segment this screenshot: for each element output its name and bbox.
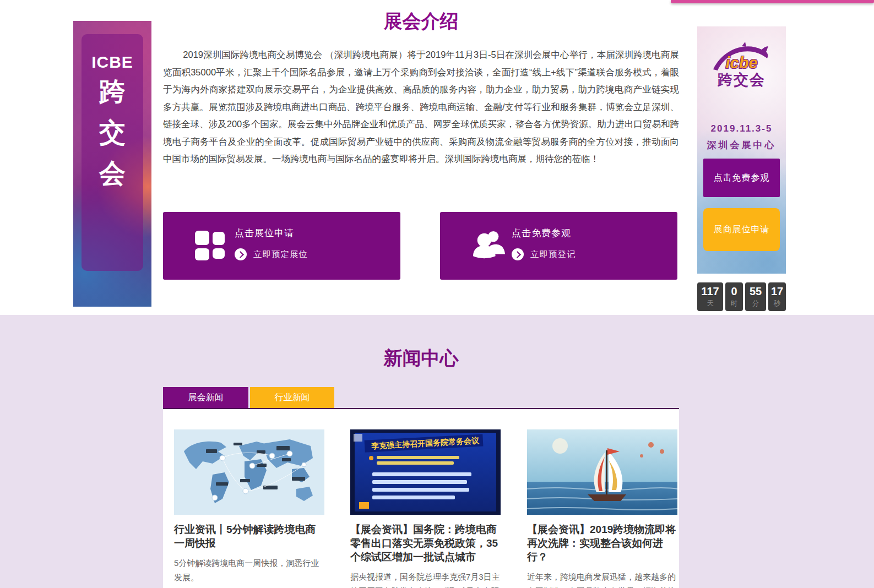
- booth-apply-card[interactable]: 点击展位申请 立即预定展位: [163, 212, 400, 280]
- countdown-minutes-value: 55: [745, 285, 766, 298]
- banner-logo-text: ICBE: [82, 53, 143, 72]
- free-visit-link[interactable]: 立即预登记: [530, 249, 576, 260]
- tab-industry-news[interactable]: 行业新闻: [250, 387, 334, 408]
- booth-apply-link[interactable]: 立即预定展位: [253, 249, 308, 260]
- countdown-timer: 117 天 0 时 55 分 17 秒: [697, 282, 786, 311]
- intro-paragraph: 2019深圳国际跨境电商交易博览会 （深圳跨境电商展）将于2019年11月3日-…: [163, 46, 679, 168]
- left-banner-ad[interactable]: ICBE 跨 交 会: [73, 21, 151, 307]
- event-date: 2019.11.3-5: [697, 123, 786, 134]
- news-card-title[interactable]: 行业资讯丨5分钟解读跨境电商一周快报: [174, 522, 324, 550]
- banner-char-2: 交: [82, 112, 143, 153]
- countdown-minutes: 55 分: [745, 282, 766, 311]
- countdown-minutes-unit: 分: [745, 299, 766, 308]
- sidebar-free-visit-button[interactable]: 点击免费参观: [703, 159, 780, 197]
- event-sidebar: icbe 跨交会 2019.11.3-5 深圳会展中心 点击免费参观 展商展位申…: [697, 26, 786, 274]
- countdown-hours: 0 时: [725, 282, 743, 311]
- free-visit-title: 点击免费参观: [512, 227, 576, 239]
- sidebar-logo-subtext: 跨交会: [697, 70, 786, 90]
- countdown-seconds: 17 秒: [768, 282, 786, 311]
- sidebar-logo: icbe 跨交会: [697, 41, 786, 90]
- news-section: 新闻中心 展会新闻 行业新闻: [0, 315, 874, 588]
- news-image-sailboat[interactable]: [527, 429, 677, 515]
- page-title: 展会介绍: [163, 9, 679, 34]
- page: 展会介绍 2019深圳国际跨境电商交易博览会 （深圳跨境电商展）将于2019年1…: [0, 0, 874, 588]
- news-card-excerpt: 据央视报道，国务院总理李克强7月3日主持召开国务院常务会议，听取赋予自由贸易试: [350, 570, 501, 588]
- news-tabs: 展会新闻 行业新闻: [163, 387, 334, 408]
- countdown-seconds-unit: 秒: [768, 299, 786, 308]
- news-card-title[interactable]: 【展会资讯】国务院：跨境电商零售出口落实无票免税政策，35个综试区增加一批试点城…: [350, 522, 501, 564]
- grid-icon: [195, 230, 228, 263]
- users-icon: [472, 230, 505, 263]
- countdown-hours-unit: 时: [725, 299, 743, 308]
- news-card[interactable]: 【展会资讯】2019跨境物流即将再次洗牌：实现整合该如何进行？ 近年来，跨境电商…: [527, 429, 677, 588]
- free-visit-card[interactable]: 点击免费参观 立即预登记: [440, 212, 677, 280]
- booth-apply-link-row[interactable]: 立即预定展位: [235, 248, 308, 260]
- sidebar-booth-apply-button[interactable]: 展商展位申请: [703, 208, 780, 251]
- countdown-days: 117 天: [697, 282, 723, 311]
- news-card-title[interactable]: 【展会资讯】2019跨境物流即将再次洗牌：实现整合该如何进行？: [527, 522, 677, 564]
- countdown-days-unit: 天: [697, 299, 723, 308]
- news-title: 新闻中心: [163, 346, 679, 371]
- booth-apply-title: 点击展位申请: [235, 227, 308, 239]
- news-image-cctv-slide[interactable]: 李克强主持召开国务院常务会议: [350, 429, 501, 515]
- news-card-excerpt: 5分钟解读跨境电商一周快报，洞悉行业发展。: [174, 556, 324, 585]
- countdown-hours-value: 0: [725, 285, 743, 298]
- top-accent-bar: [671, 0, 874, 3]
- countdown-seconds-value: 17: [768, 285, 786, 298]
- left-banner-panel: ICBE 跨 交 会: [82, 34, 143, 271]
- banner-char-3: 会: [82, 153, 143, 194]
- countdown-days-value: 117: [697, 285, 723, 298]
- news-card-excerpt: 近年来，跨境电商发展迅猛，越来越多的中国制造、中国品牌走向世界。据海关统计，20…: [527, 570, 677, 588]
- news-panel: 行业资讯丨5分钟解读跨境电商一周快报 5分钟解读跨境电商一周快报，洞悉行业发展。…: [163, 408, 679, 588]
- news-card[interactable]: 行业资讯丨5分钟解读跨境电商一周快报 5分钟解读跨境电商一周快报，洞悉行业发展。: [174, 429, 324, 585]
- arrow-circle-icon: [512, 248, 524, 260]
- banner-char-1: 跨: [82, 72, 143, 112]
- tab-exhibition-news[interactable]: 展会新闻: [163, 387, 248, 408]
- news-image-world-map[interactable]: [174, 429, 324, 515]
- free-visit-link-row[interactable]: 立即预登记: [512, 248, 576, 260]
- news-card[interactable]: 李克强主持召开国务院常务会议 【展会资讯】国务院：跨境电: [350, 429, 501, 588]
- arrow-circle-icon: [235, 248, 247, 260]
- event-venue: 深圳会展中心: [697, 139, 786, 151]
